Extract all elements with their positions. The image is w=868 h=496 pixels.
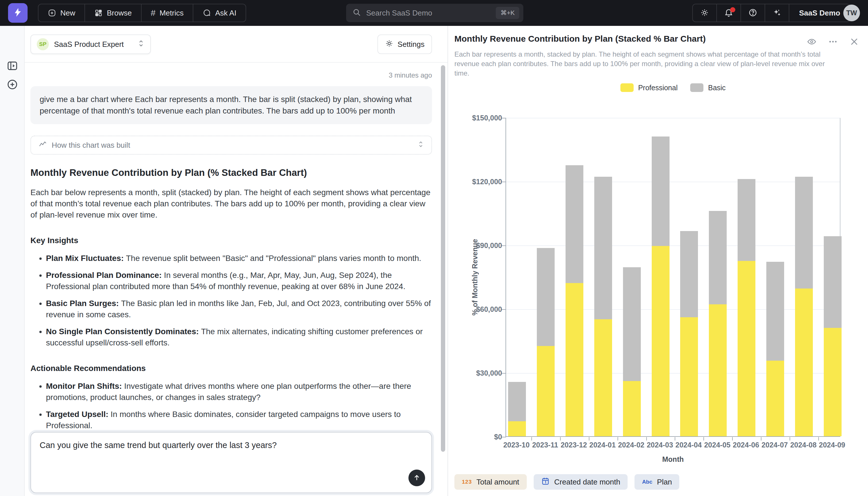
professional-bar-segment[interactable] [824,328,841,436]
basic-bar-segment[interactable] [795,177,813,289]
chart-viewer-panel: Monthly Revenue Contribution by Plan (St… [448,26,868,496]
professional-bar-segment[interactable] [594,319,612,436]
agent-name: SaaS Product Expert [54,40,124,49]
org-switcher[interactable]: SaaS Demo [789,4,850,21]
section-bullet-list: Plan Mix Fluctuates: The revenue split b… [30,252,432,348]
ai-sparkles-button[interactable] [765,4,789,21]
message-input[interactable]: Can you give the same trend but quarterl… [30,432,432,493]
y-axis-tick [501,182,506,182]
ask-ai-button[interactable]: Ask AI [193,4,245,21]
help-button[interactable] [741,4,765,21]
legend-swatch [621,83,633,92]
agent-settings-button[interactable]: Settings [377,34,432,54]
gridline [506,309,840,310]
professional-bar-segment[interactable] [652,246,670,436]
x-axis-tick [818,437,819,440]
close-panel-button[interactable] [848,36,861,48]
basic-bar-segment[interactable] [824,236,841,328]
professional-bar-segment[interactable] [766,361,784,436]
response-intro: Each bar below represents a month, split… [30,187,432,220]
x-axis-tick [589,437,590,440]
chat-panel: SP SaaS Product Expert Settings 3 minute… [25,26,448,496]
grid-icon [94,9,103,17]
x-axis-tick [761,437,761,440]
chart-panel-description: Each bar represents a month, stacked by … [454,49,836,78]
bullet-item: No Single Plan Consistently Dominates: T… [46,326,432,348]
hash-icon: # [151,8,156,18]
close-icon [849,37,859,47]
app-logo[interactable] [8,3,28,23]
search-placeholder: Search SaaS Demo [366,9,496,17]
dimension-tag-created-date-month[interactable]: Created date month [534,474,628,490]
new-button[interactable]: New [38,4,84,21]
basic-bar-segment[interactable] [594,177,612,319]
metrics-button-label: Metrics [159,9,183,17]
basic-bar-segment[interactable] [565,165,583,283]
x-axis-tick [732,437,733,440]
org-label: SaaS Demo [799,9,840,17]
basic-bar-segment[interactable] [652,137,670,246]
basic-bar-segment[interactable] [738,179,755,261]
basic-bar-segment[interactable] [537,248,554,346]
notifications-button[interactable] [717,4,740,21]
basic-bar-segment[interactable] [766,262,784,361]
search-input[interactable]: Search SaaS Demo ⌘+K [346,4,523,22]
professional-bar-segment[interactable] [795,289,813,436]
professional-bar-segment[interactable] [537,346,554,436]
chat-scrollbar[interactable] [441,65,445,452]
arrow-up-icon [413,473,421,483]
calendar-icon [541,477,550,487]
user-avatar[interactable]: TW [843,4,860,21]
bullet-item: Plan Mix Fluctuates: The revenue split b… [46,252,432,264]
legend-item: Professional [621,83,678,92]
notification-dot [730,7,735,12]
preview-eye-button[interactable] [805,36,818,48]
navbar-right-group: SaaS Demo [692,4,851,22]
main-nav: New Browse # Metrics Ask AI [38,4,246,22]
plus-circle-icon [6,87,18,91]
metric-tag-total-amount[interactable]: 123 Total amount [454,474,527,490]
basic-bar-segment[interactable] [508,382,526,421]
y-axis-tick [501,437,506,437]
gridline [506,182,840,182]
agent-selector[interactable]: SP SaaS Product Expert [30,34,151,54]
dimension-tag-plan[interactable]: Abc Plan [634,474,679,490]
professional-bar-segment[interactable] [709,304,727,436]
section-heading: Actionable Recommendations [30,364,432,373]
new-button-label: New [60,9,75,17]
y-axis-tick [501,118,506,119]
ask-ai-button-label: Ask AI [215,9,236,17]
metrics-button[interactable]: # Metrics [142,4,193,21]
response-title: Monthly Revenue Contribution by Plan (% … [30,167,432,178]
x-axis-tick-label: 2024-09 [812,441,852,449]
professional-bar-segment[interactable] [623,381,641,436]
tag-label: Created date month [554,478,621,486]
plus-square-icon [48,9,56,17]
professional-bar-segment[interactable] [508,421,526,436]
more-options-button[interactable] [826,36,839,48]
x-axis-tick [703,437,704,440]
how-chart-built-toggle[interactable]: How this chart was built [30,136,432,155]
avatar-initials: TW [846,9,857,17]
basic-bar-segment[interactable] [709,211,727,305]
message-timestamp: 3 minutes ago [30,71,432,79]
y-axis-tick-label: $150,000 [448,114,502,122]
how-built-label: How this chart was built [52,141,130,150]
settings-gear-button[interactable] [693,4,716,21]
browse-button[interactable]: Browse [85,4,141,21]
bullet-item: Monitor Plan Shifts: Investigate what dr… [46,381,432,403]
message-input-value: Can you give the same trend but quarterl… [39,439,397,451]
y-axis-tick-label: $0 [448,433,502,441]
professional-bar-segment[interactable] [565,283,583,436]
toggle-sidebar-button[interactable] [6,60,18,72]
chart-panel-actions [805,36,861,48]
professional-bar-segment[interactable] [738,261,755,436]
basic-bar-segment[interactable] [623,267,641,381]
chevron-updown-icon [418,140,424,150]
new-thread-button[interactable] [6,78,18,91]
send-button[interactable] [408,469,425,486]
basic-bar-segment[interactable] [680,231,698,317]
eye-icon [807,37,817,47]
chart-panel-title: Monthly Revenue Contribution by Plan (St… [454,34,706,44]
professional-bar-segment[interactable] [680,317,698,436]
